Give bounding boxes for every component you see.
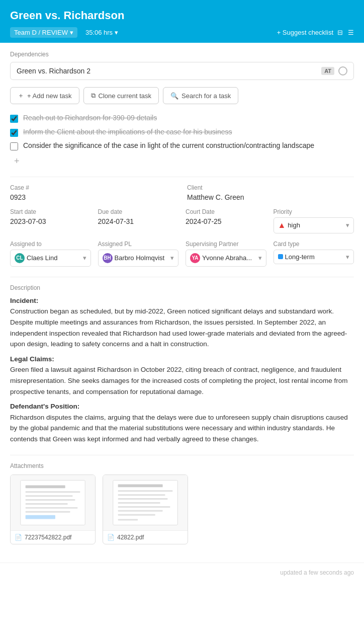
main-content: Dependencies Green vs. Richardson 2 AT ＋… [0,43,364,563]
attachment-name-2: 📄 42822.pdf [103,530,188,544]
pdf-icon: 📄 [15,534,22,541]
task-checkbox-3[interactable] [10,142,18,150]
header: Green vs. Richardson Team D / REVIEW ▾ 3… [0,0,364,43]
menu-icon[interactable]: ☰ [348,29,354,36]
columns-icon[interactable]: ⊟ [337,29,343,36]
case-number-label: Case # [10,184,177,191]
svg-rect-13 [118,490,173,492]
supervising-partner-dropdown[interactable]: YA Yvonne Abraha... ▾ [186,250,266,267]
case-number-field: Case # 0923 [10,184,177,201]
card-type-label: Card type [274,241,354,248]
svg-rect-3 [26,491,80,493]
search-icon: 🔍 [170,92,178,100]
page-title: Green vs. Richardson [10,9,354,22]
search-task-button[interactable]: 🔍 Search for a task [163,87,238,104]
add-subtask-button[interactable]: + [10,155,354,168]
assignees-row: Assigned to CL Claes Lind ▾ Assigned PL … [10,241,354,267]
task-item: Inform the Client about the implications… [10,127,354,137]
task-checkbox-1[interactable] [10,115,18,123]
case-number-value: 0923 [10,193,177,201]
svg-rect-6 [26,503,68,504]
team-label[interactable]: Team D / REVIEW ▾ [10,27,77,38]
clone-task-button[interactable]: ⧉ Clone current task [83,87,159,104]
svg-rect-8 [26,511,70,512]
priority-dot-icon: ▲ [278,221,286,230]
card-type-field: Card type Long-term ▾ [274,241,354,267]
client-value: Matthew C. Green [187,193,354,201]
dependency-circle [338,66,347,75]
priority-field: Priority ▲ high ▾ [274,208,354,233]
start-date-field: Start date 2023-07-03 [10,208,91,233]
attachment-preview-2 [103,475,188,530]
attachments-label: Attachments [10,462,354,469]
action-buttons: ＋ + Add new task ⧉ Clone current task 🔍 … [10,87,354,104]
description-section: Description Incident: Construction began… [10,284,354,445]
svg-rect-7 [26,507,78,508]
assigned-to-dropdown[interactable]: CL Claes Lind ▾ [10,250,91,267]
priority-value: high [288,221,300,229]
supervising-partner-label: Supervising Partner [186,241,266,248]
svg-rect-14 [118,494,165,496]
dependency-badge: AT [321,67,334,75]
svg-rect-4 [26,495,73,497]
svg-rect-5 [26,499,75,501]
header-icons: ⊟ ☰ [337,29,354,36]
assigned-pl-dropdown[interactable]: BH Barbro Holmqvist ▾ [98,250,179,267]
defendant-heading: Defendant's Position: [10,403,79,410]
assigned-pl-label: Assigned PL [98,241,179,248]
svg-rect-12 [118,484,163,487]
svg-rect-16 [118,502,160,504]
avatar-bh: BH [103,253,113,263]
header-meta: Team D / REVIEW ▾ 35:06 hrs ▾ + Suggest … [10,27,354,38]
divider [10,455,354,455]
description-content: Incident: Construction began as schedule… [10,295,354,445]
client-field: Client Matthew C. Green [187,184,354,201]
court-date-field: Court Date 2024-07-25 [186,208,266,233]
due-date-label: Due date [98,208,179,215]
assigned-to-label: Assigned to [10,241,91,248]
chevron-down-icon: ▾ [115,29,118,36]
assigned-to-value: Claes Lind [27,254,57,262]
task-item: Reach out to Richardson for 390-09 detai… [10,113,354,123]
incident-text: Construction began as scheduled, but by … [10,306,354,349]
start-date-value: 2023-07-03 [10,217,91,225]
incident-heading: Incident: [10,297,38,304]
avatar-ya: YA [190,253,200,263]
chevron-down-icon: ▾ [170,254,174,262]
chevron-down-icon: ▾ [258,254,262,262]
supervising-partner-value: Yvonne Abraha... [202,254,252,262]
divider [10,277,354,277]
attachment-card-2[interactable]: 📄 42822.pdf [103,474,188,544]
task-text-1: Reach out to Richardson for 390-09 detai… [23,113,157,123]
attachment-card-1[interactable]: 📄 72237542822.pdf [10,474,96,544]
chevron-down-icon: ▾ [70,29,73,36]
description-label: Description [10,284,354,291]
add-new-task-button[interactable]: ＋ + Add new task [10,87,79,104]
task-text-2: Inform the Client about the implications… [23,127,232,137]
svg-rect-18 [118,510,163,511]
dependency-text: Green vs. Richardson 2 [17,67,317,75]
priority-label: Priority [274,208,354,215]
dates-row: Start date 2023-07-03 Due date 2024-07-3… [10,208,354,233]
hours-label[interactable]: 35:06 hrs ▾ [81,27,122,38]
attachments-section: Attachments [10,462,354,544]
avatar-cl: CL [15,253,25,263]
supervising-partner-field: Supervising Partner YA Yvonne Abraha... … [186,241,266,267]
court-date-label: Court Date [186,208,266,215]
start-date-label: Start date [10,208,91,215]
legal-heading: Legal Claims: [10,355,54,363]
attachments-grid: 📄 72237542822.pdf [10,474,354,544]
cardtype-dot-icon [278,254,283,259]
tasks-list: Reach out to Richardson for 390-09 detai… [10,113,354,168]
card-type-dropdown[interactable]: Long-term ▾ [274,250,354,264]
suggest-checklist-button[interactable]: + Suggest checklist [277,29,333,36]
divider [10,177,354,177]
task-item: Consider the significance of the case in… [10,141,354,151]
dependencies-label: Dependencies [10,51,354,58]
attachment-preview-1 [11,475,95,530]
court-date-value: 2024-07-25 [186,217,266,225]
due-date-value: 2024-07-31 [98,217,179,225]
task-checkbox-2[interactable] [10,129,18,137]
svg-rect-15 [118,498,168,500]
priority-dropdown[interactable]: ▲ high ▾ [274,217,354,233]
